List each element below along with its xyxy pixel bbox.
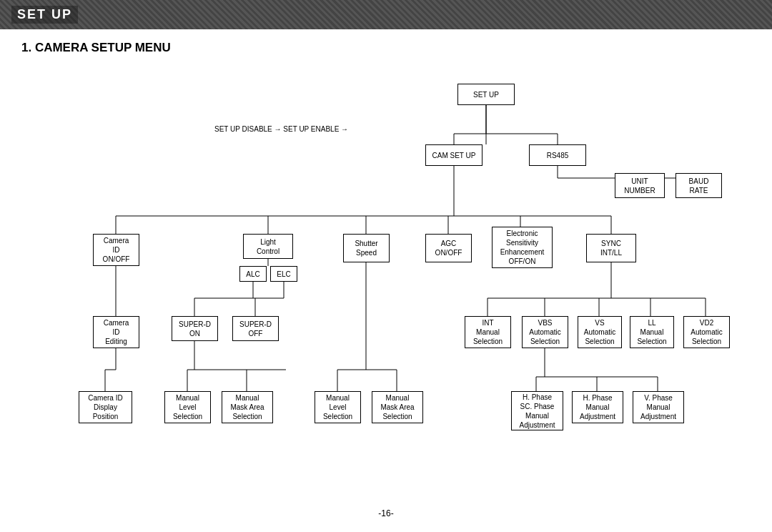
header-title: SET UP [11, 6, 78, 24]
manual-level-sel1-box: Manual Level Selection [164, 391, 211, 423]
alc-box: ALC [239, 266, 267, 282]
camera-id-display-box: Camera ID Display Position [79, 391, 132, 423]
manual-level-sel2-box: Manual Level Selection [315, 391, 361, 423]
int-manual-box: INT Manual Selection [465, 316, 511, 348]
rs485-box: RS485 [529, 144, 586, 166]
camera-id-onoff-box: Camera ID ON/OFF [93, 234, 139, 266]
manual-mask-area1-box: Manual Mask Area Selection [222, 391, 273, 423]
baud-rate-box: BAUD RATE [676, 173, 722, 198]
cam-setup-box: CAM SET UP [425, 144, 482, 166]
setup-box: SET UP [457, 84, 515, 105]
ll-manual-box: LL Manual Selection [630, 316, 674, 348]
page-content: 1. CAMERA SETUP MENU [0, 41, 772, 518]
diagram: SET UP DISABLE → SET UP ENABLE → SET UP … [21, 62, 751, 506]
page-number: -16- [21, 508, 751, 518]
vd2-automatic-box: VD2 Automatic Selection [683, 316, 730, 348]
unit-number-box: UNIT NUMBER [615, 173, 665, 198]
light-control-box: Light Control [243, 234, 293, 259]
h-phase-manual-box: H. Phase Manual Adjustment [572, 391, 623, 423]
vs-automatic-box: VS Automatic Selection [578, 316, 622, 348]
header-bar: SET UP [0, 0, 772, 29]
diagram-lines [21, 62, 751, 506]
setup-disable-label: SET UP DISABLE → SET UP ENABLE → [214, 124, 348, 134]
super-d-on-box: SUPER-D ON [172, 316, 218, 341]
camera-id-editing-box: Camera ID Editing [93, 316, 139, 348]
shutter-speed-box: Shutter Speed [343, 234, 390, 262]
agc-onoff-box: AGC ON/OFF [425, 234, 472, 262]
sync-intll-box: SYNC INT/LL [586, 234, 636, 262]
ese-box: Electronic Sensitivity Enhancement OFF/O… [492, 227, 553, 268]
h-phase-sc-box: H. Phase SC. Phase Manual Adjustment [511, 391, 563, 430]
section-title: 1. CAMERA SETUP MENU [21, 41, 751, 55]
super-d-off-box: SUPER-D OFF [232, 316, 279, 341]
vbs-automatic-box: VBS Automatic Selection [522, 316, 568, 348]
manual-mask-area2-box: Manual Mask Area Selection [372, 391, 423, 423]
v-phase-manual-box: V. Phase Manual Adjustment [633, 391, 684, 423]
elc-box: ELC [270, 266, 297, 282]
